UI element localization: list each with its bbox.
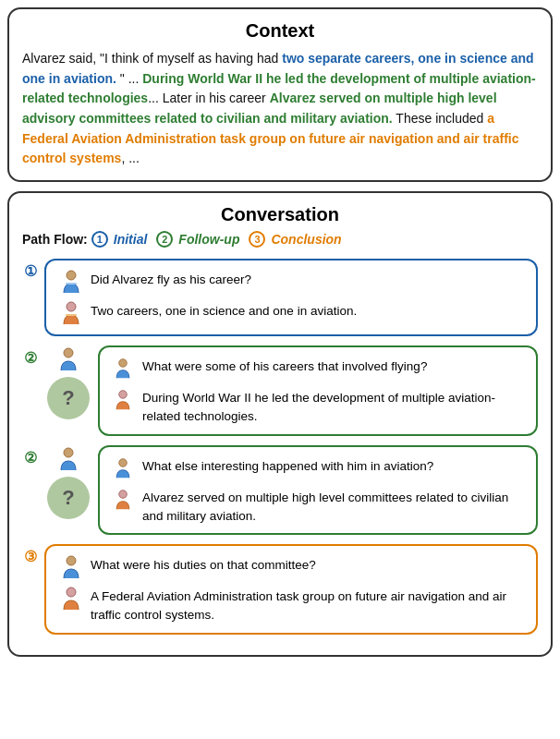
assistant-avatar-3	[57, 585, 85, 612]
step-badge-2: 2	[156, 231, 173, 248]
turn-1-bubble: Did Alvarez fly as his career? Two caree…	[44, 259, 538, 336]
svg-point-4	[64, 348, 73, 357]
turn-3-bubble: What were his duties on that committee? …	[44, 544, 538, 635]
turn-2a-bubble: What were some of his careers that invol…	[98, 345, 538, 436]
user-avatar-2a-inner	[109, 355, 137, 382]
svg-point-2	[67, 302, 76, 311]
step-label-conclusion: Conclusion	[271, 232, 341, 247]
svg-point-9	[119, 490, 128, 498]
svg-rect-1	[66, 283, 77, 285]
turn-1-answer-line: Two careers, one in science and one in a…	[57, 299, 525, 327]
context-text: Alvarez said, "I think of myself as havi…	[22, 49, 538, 169]
turn-3-number: ③	[22, 544, 39, 565]
question-orb-2a: ?	[47, 377, 90, 419]
turn-1-number: ①	[22, 259, 39, 280]
context-section: Context Alvarez said, "I think of myself…	[7, 7, 553, 182]
svg-point-11	[67, 588, 76, 597]
turn-2b-question-text: What else interesting happened with him …	[142, 454, 527, 476]
turn-2b-answer-line: Alvarez served on multiple high level co…	[109, 486, 527, 527]
turn-2b-number: ②	[22, 445, 39, 466]
step-label-initial: Initial	[114, 232, 148, 247]
question-orb-2b: ?	[47, 477, 90, 519]
assistant-avatar-2a	[109, 386, 137, 414]
turn-1-question-text: Did Alvarez fly as his career?	[91, 268, 525, 289]
user-avatar-1	[57, 268, 85, 296]
path-flow: Path Flow: 1 Initial 2 Follow-up 3 Concl…	[22, 231, 538, 248]
step-badge-3: 3	[249, 231, 265, 248]
turn-2a-number: ②	[22, 345, 39, 367]
turn-1: ① Did Alvarez fly as his career?	[22, 259, 538, 336]
turn-3-question-text: What were his duties on that committee?	[91, 553, 525, 575]
svg-point-0	[67, 271, 76, 280]
conversation-section: Conversation Path Flow: 1 Initial 2 Foll…	[7, 191, 553, 657]
step-badge-1: 1	[91, 231, 108, 248]
turn-2a-answer-line: During World War II he led the developme…	[109, 386, 527, 427]
conversation-title: Conversation	[22, 204, 538, 225]
turn-2a-answer-text: During World War II he led the developme…	[142, 386, 527, 427]
svg-point-6	[119, 391, 128, 399]
turn-2a: ② ?	[22, 345, 538, 436]
turn-2a-question-line: What were some of his careers that invol…	[109, 355, 527, 382]
turn-2b-answer-text: Alvarez served on multiple high level co…	[142, 486, 527, 527]
turn-3-answer-text: A Federal Aviation Administration task g…	[91, 585, 525, 625]
turn-3-answer-line: A Federal Aviation Administration task g…	[57, 585, 525, 625]
svg-point-8	[119, 458, 128, 466]
turn-3: ③ What were his duties on that committee…	[22, 544, 538, 635]
svg-rect-3	[66, 314, 77, 316]
path-flow-label: Path Flow:	[22, 232, 88, 247]
user-avatar-2b	[55, 445, 82, 473]
svg-point-10	[67, 556, 76, 565]
context-title: Context	[22, 20, 538, 42]
assistant-avatar-2b	[109, 486, 137, 514]
user-avatar-3	[57, 553, 85, 581]
svg-point-5	[119, 359, 128, 368]
turn-3-question-line: What were his duties on that committee?	[57, 553, 525, 581]
step-label-followup: Follow-up	[178, 232, 239, 247]
assistant-avatar-1	[57, 299, 85, 327]
svg-point-7	[64, 448, 73, 457]
turn-1-answer-text: Two careers, one in science and one in a…	[91, 299, 525, 321]
turn-1-question-line: Did Alvarez fly as his career?	[57, 268, 525, 296]
turn-2b-bubble: What else interesting happened with him …	[98, 445, 538, 536]
user-avatar-2a	[55, 345, 82, 373]
turn-2b: ② ?	[22, 445, 538, 536]
user-avatar-2b-inner	[109, 454, 137, 482]
turn-2a-question-text: What were some of his careers that invol…	[142, 355, 527, 376]
turn-2b-question-line: What else interesting happened with him …	[109, 454, 527, 482]
